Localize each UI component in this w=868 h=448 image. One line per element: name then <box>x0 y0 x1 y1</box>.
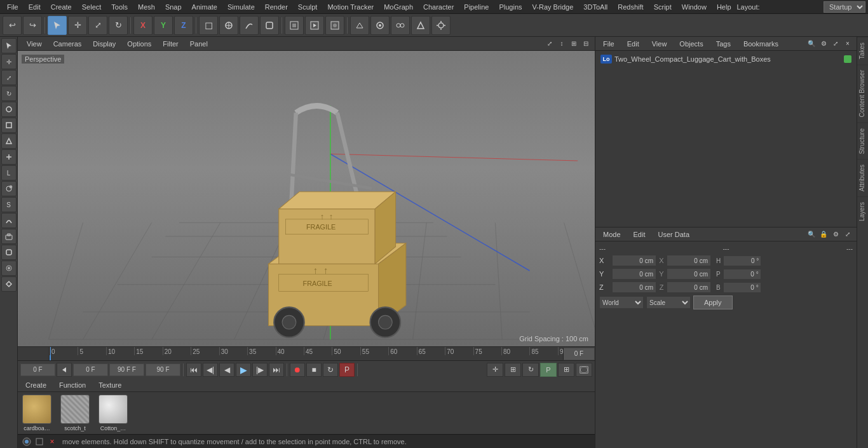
attr-expand-icon[interactable]: ⤢ <box>843 229 853 240</box>
menu-render[interactable]: Render <box>261 2 292 12</box>
null-button[interactable] <box>219 16 238 35</box>
menu-redshift[interactable]: Redshift <box>613 2 648 12</box>
attr-search-icon[interactable]: 🔍 <box>806 229 817 240</box>
tool-move[interactable]: ✛ <box>1 54 17 69</box>
tool-12[interactable] <box>1 213 17 228</box>
vp-menu-panel[interactable]: Panel <box>185 39 213 49</box>
menu-3dtoall[interactable]: 3DToAll <box>579 2 612 12</box>
object-row[interactable]: Lo Two_Wheel_Compact_Luggage_Cart_with_B… <box>598 53 854 65</box>
tool-8[interactable] <box>1 149 17 165</box>
tab-attributes[interactable]: Attributes <box>857 159 868 196</box>
menu-animate[interactable]: Animate <box>187 2 222 12</box>
vp-menu-display[interactable]: Display <box>88 39 121 49</box>
menu-vray[interactable]: V-Ray Bridge <box>528 2 578 12</box>
coord-z-pos[interactable] <box>612 282 656 293</box>
go-to-start-button[interactable]: ⏮ <box>186 363 201 377</box>
obj-search-icon[interactable]: 🔍 <box>806 39 817 49</box>
loop-button[interactable]: ↻ <box>323 363 338 377</box>
stop-button[interactable]: ■ <box>306 363 322 377</box>
menu-script[interactable]: Script <box>649 2 676 12</box>
attr-menu-edit[interactable]: Edit <box>630 230 649 239</box>
render-region-button[interactable] <box>285 16 304 35</box>
menu-window[interactable]: Window <box>677 2 711 12</box>
anim-tool-4[interactable]: P <box>540 363 557 377</box>
obj-menu-objects[interactable]: Objects <box>675 39 707 48</box>
coord-y-rot[interactable] <box>667 268 711 280</box>
tool-16[interactable] <box>1 276 17 292</box>
x-axis-button[interactable]: X <box>133 16 153 35</box>
menu-simulate[interactable]: Simulate <box>223 2 259 12</box>
material-item-scotch[interactable]: scotch_t <box>56 392 94 434</box>
viewport[interactable]: Perspective <box>18 51 595 346</box>
vp-menu-options[interactable]: Options <box>122 39 156 49</box>
material-item-cotton[interactable]: Cotton_… <box>94 392 132 434</box>
timeline-ruler[interactable]: 0 5 10 15 20 25 30 35 40 45 50 55 60 65 … <box>50 347 563 361</box>
move-button[interactable]: ✛ <box>68 16 87 35</box>
perspective-button[interactable] <box>350 16 369 35</box>
tool-10[interactable] <box>1 181 17 196</box>
obj-expand-icon[interactable]: ⤢ <box>831 39 841 49</box>
tool-14[interactable] <box>1 245 17 260</box>
tab-content-browser[interactable]: Content Browser <box>857 64 868 122</box>
preview-end-input[interactable] <box>109 363 144 376</box>
spline-button[interactable] <box>240 16 259 35</box>
menu-file[interactable]: File <box>3 2 23 12</box>
spline2-button[interactable] <box>411 16 430 35</box>
status-icon-2[interactable] <box>34 437 44 447</box>
render-picture-viewer-button[interactable] <box>325 16 344 35</box>
prev-keyframe-button[interactable]: ◀| <box>203 363 218 377</box>
obj-content[interactable]: Lo Two_Wheel_Compact_Luggage_Cart_with_B… <box>595 51 857 227</box>
obj-settings-icon[interactable]: ⚙ <box>818 39 829 49</box>
prev-frame-input-btn[interactable] <box>57 363 72 377</box>
menu-create[interactable]: Create <box>46 2 76 12</box>
coord-h[interactable] <box>723 255 761 266</box>
obj-close-icon[interactable]: × <box>843 39 853 49</box>
menu-character[interactable]: Character <box>419 2 458 12</box>
go-to-end-button[interactable]: ⏭ <box>269 363 284 377</box>
status-icon-1[interactable] <box>22 437 32 447</box>
coord-b[interactable] <box>723 282 761 293</box>
tool-scale[interactable]: ⤢ <box>1 70 17 85</box>
coord-x-rot[interactable] <box>667 255 711 266</box>
mat-menu-create[interactable]: Create <box>22 381 50 390</box>
tab-layers[interactable]: Layers <box>857 196 868 226</box>
world-select[interactable]: World <box>599 296 644 309</box>
redo-button[interactable]: ↪ <box>23 16 42 35</box>
layout-select[interactable]: Startup <box>824 1 865 13</box>
object-button[interactable]: ◻ <box>199 16 218 35</box>
undo-button[interactable]: ↩ <box>3 16 22 35</box>
tool-select[interactable] <box>1 38 17 53</box>
menu-tools[interactable]: Tools <box>107 2 132 12</box>
anim-tool-1[interactable]: ✛ <box>487 363 503 377</box>
mograph-button[interactable] <box>391 16 410 35</box>
tool-rotate[interactable]: ↻ <box>1 86 17 101</box>
attr-menu-userdata[interactable]: User Data <box>654 230 694 239</box>
attr-menu-mode[interactable]: Mode <box>599 230 625 239</box>
tool-15[interactable] <box>1 261 17 276</box>
light-button[interactable] <box>431 16 451 35</box>
next-keyframe-button[interactable]: |▶ <box>252 363 268 377</box>
coord-z-rot[interactable] <box>667 282 711 293</box>
deform-button[interactable] <box>260 16 279 35</box>
menu-select[interactable]: Select <box>78 2 106 12</box>
material-item-cardboard[interactable]: cardboa… <box>18 392 56 434</box>
mat-menu-function[interactable]: Function <box>55 381 90 390</box>
frame-end-input[interactable] <box>146 363 180 376</box>
vp-menu-filter[interactable]: Filter <box>158 39 183 49</box>
z-axis-button[interactable]: Z <box>174 16 193 35</box>
menu-sculpt[interactable]: Sculpt <box>294 2 322 12</box>
frame-start-input[interactable]: 0 F <box>20 363 55 376</box>
select-mode-button[interactable] <box>48 16 67 35</box>
anim-tool-2[interactable]: ⊞ <box>505 363 521 377</box>
obj-menu-edit[interactable]: Edit <box>623 39 643 48</box>
y-axis-button[interactable]: Y <box>154 16 173 35</box>
vp-menu-cameras[interactable]: Cameras <box>48 39 87 49</box>
scale-button[interactable]: ⤢ <box>88 16 107 35</box>
scale-select[interactable]: Scale <box>646 296 691 309</box>
object-visibility-icon[interactable] <box>844 55 851 63</box>
tool-6[interactable] <box>1 118 17 133</box>
coord-x-pos[interactable] <box>612 255 656 266</box>
menu-plugins[interactable]: Plugins <box>494 2 526 12</box>
coord-y-pos[interactable] <box>612 268 656 280</box>
render-view-button[interactable] <box>305 16 324 35</box>
